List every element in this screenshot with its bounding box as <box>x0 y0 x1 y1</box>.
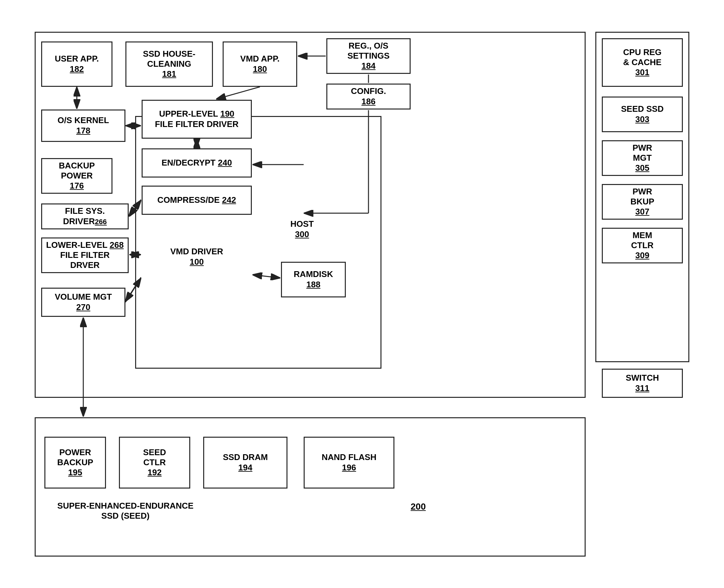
pwr-bkup-box: PWRBKUP 307 <box>602 184 683 219</box>
switch-ref: 311 <box>635 383 649 393</box>
compress-de-box: COMPRESS/DE 242 <box>142 186 252 215</box>
seed-ctlr-box: SEEDCTLR 192 <box>119 437 190 488</box>
seed-ssd-box: SEED SSD 303 <box>602 97 683 132</box>
mem-ctlr-label: MEMCTLR <box>631 230 653 250</box>
file-sys-driver-box: FILE SYS. DRIVER266 <box>41 204 129 229</box>
ssd-dram-label: SSD DRAM <box>223 452 268 462</box>
ssd-dram-ref: 194 <box>238 463 252 472</box>
backup-power-ref: 176 <box>70 181 84 191</box>
host-ref: 300 <box>295 229 309 239</box>
seed-ref: 200 <box>411 502 426 512</box>
lower-level-label: LOWER-LEVEL 268FILE FILTER DRVER <box>46 240 124 271</box>
cpu-reg-cache-box: CPU REG& CACHE 301 <box>602 38 683 87</box>
backup-power-label: BACKUPPOWER <box>59 161 95 181</box>
nand-flash-box: NAND FLASH 196 <box>304 437 394 488</box>
cpu-reg-cache-label: CPU REG& CACHE <box>623 47 661 67</box>
cpu-reg-cache-ref: 301 <box>635 67 649 78</box>
file-sys-driver-label: FILE SYS. DRIVER266 <box>46 206 124 226</box>
nand-flash-ref: 196 <box>342 463 356 472</box>
reg-os-label: REG., O/SSETTINGS <box>347 41 390 61</box>
vmd-driver-label: VMD DRIVER100 <box>170 247 223 267</box>
reg-os-box: REG., O/SSETTINGS 184 <box>326 38 411 74</box>
nand-flash-label: NAND FLASH <box>322 452 377 462</box>
compress-de-label: COMPRESS/DE 242 <box>158 195 236 205</box>
os-kernel-box: O/S KERNEL 178 <box>41 109 125 142</box>
mem-ctlr-ref: 309 <box>635 250 649 260</box>
lower-level-box: LOWER-LEVEL 268FILE FILTER DRVER <box>41 237 129 273</box>
config-box: CONFIG. 186 <box>326 84 411 109</box>
seed-ctlr-ref: 192 <box>147 467 161 478</box>
reg-os-ref: 184 <box>361 61 375 71</box>
seed-ctlr-label: SEEDCTLR <box>143 447 166 467</box>
vmd-app-label: VMD APP. <box>240 54 280 64</box>
ramdisk-ref: 188 <box>306 279 320 290</box>
power-backup-box: POWERBACKUP 195 <box>44 437 106 488</box>
switch-label: SWITCH <box>626 373 659 383</box>
user-app-box: USER APP. 182 <box>41 41 112 87</box>
config-ref: 186 <box>361 97 375 107</box>
host-label: HOST <box>290 219 314 229</box>
vmd-app-ref: 180 <box>253 64 267 74</box>
user-app-label: USER APP. <box>55 54 99 64</box>
ssd-housecleaning-box: SSD HOUSE-CLEANING 181 <box>125 41 213 87</box>
upper-level-label: UPPER-LEVEL 190FILE FILTER DRIVER <box>155 109 239 129</box>
mem-ctlr-box: MEMCTLR 309 <box>602 228 683 264</box>
en-decrypt-label: EN/DECRYPT 240 <box>161 158 232 168</box>
power-backup-ref: 195 <box>68 467 82 478</box>
ramdisk-box: RAMDISK 188 <box>281 262 346 297</box>
ssd-housecleaning-ref: 181 <box>162 69 176 79</box>
os-kernel-label: O/S KERNEL <box>58 115 109 125</box>
pwr-mgt-ref: 305 <box>635 163 649 173</box>
host-label-box: HOST 300 <box>281 213 323 246</box>
power-backup-label: POWERBACKUP <box>57 447 93 467</box>
diagram: USER APP. 182 SSD HOUSE-CLEANING 181 VMD… <box>22 19 702 569</box>
pwr-bkup-label: PWRBKUP <box>630 187 654 207</box>
seed-text-label: SUPER-ENHANCED-ENDURANCE SSD (SEED) <box>48 501 203 521</box>
volume-mgt-ref: 270 <box>76 302 90 312</box>
backup-power-box: BACKUPPOWER 176 <box>41 158 112 194</box>
ssd-dram-box: SSD DRAM 194 <box>203 437 287 488</box>
pwr-bkup-ref: 307 <box>635 207 649 217</box>
vmd-driver-box: VMD DRIVER100 <box>142 226 252 288</box>
switch-box: SWITCH 311 <box>602 369 683 398</box>
pwr-mgt-label: PWRMGT <box>633 143 653 163</box>
user-app-ref: 182 <box>70 64 84 74</box>
en-decrypt-box: EN/DECRYPT 240 <box>142 148 252 177</box>
seed-ssd-ref: 303 <box>635 114 649 124</box>
volume-mgt-box: VOLUME MGT 270 <box>41 288 125 317</box>
volume-mgt-label: VOLUME MGT <box>55 292 112 302</box>
seed-text-box: SUPER-ENHANCED-ENDURANCE SSD (SEED) <box>44 498 206 518</box>
config-label: CONFIG. <box>351 86 386 96</box>
pwr-mgt-box: PWRMGT 305 <box>602 140 683 176</box>
upper-level-box: UPPER-LEVEL 190FILE FILTER DRIVER <box>142 100 252 139</box>
seed-ssd-label: SEED SSD <box>621 104 664 114</box>
vmd-app-box: VMD APP. 180 <box>223 41 297 87</box>
ssd-housecleaning-label: SSD HOUSE-CLEANING <box>143 49 195 69</box>
ramdisk-label: RAMDISK <box>294 269 333 279</box>
os-kernel-ref: 178 <box>76 126 90 136</box>
